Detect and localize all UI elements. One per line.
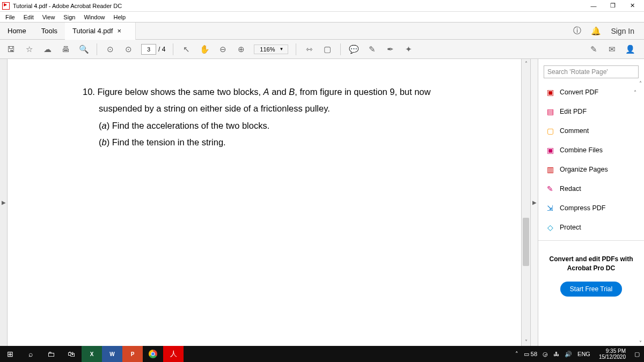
zoom-dropdown[interactable]: 116%▼	[254, 45, 288, 54]
left-panel-toggle[interactable]: ▶	[0, 59, 8, 346]
hand-icon[interactable]: ✋	[199, 44, 210, 55]
menu-sign[interactable]: Sign	[59, 14, 79, 20]
word-icon[interactable]: W	[102, 346, 122, 362]
start-free-trial-button[interactable]: Start Free Trial	[560, 282, 622, 297]
page-total: / 4	[158, 46, 165, 53]
vertical-scrollbar[interactable]: ˄ ˅	[521, 59, 530, 346]
main-area: ▶ 10. Figure below shows the same two bl…	[0, 59, 644, 346]
share-icon[interactable]: ✎	[588, 44, 599, 55]
document-viewport[interactable]: 10. Figure below shows the same two bloc…	[8, 59, 521, 346]
close-window-button[interactable]: ✕	[623, 0, 642, 12]
tool-compress-pdf[interactable]: ⇲Compress PDF	[538, 198, 644, 218]
menu-edit[interactable]: Edit	[19, 14, 38, 20]
minimize-button[interactable]: —	[584, 0, 603, 12]
chrome-icon[interactable]	[143, 346, 163, 362]
battery-pct: 58	[531, 351, 537, 357]
menu-file[interactable]: File	[1, 14, 19, 20]
tray-chevron-icon[interactable]: ˄	[515, 351, 518, 358]
tab-document-label: Tutorial 4.pdf	[72, 27, 113, 35]
t: and	[269, 87, 289, 97]
comment-icon: ▢	[546, 127, 554, 135]
t: a	[102, 121, 107, 130]
label: Convert PDF	[560, 88, 598, 96]
stamp-icon[interactable]: ✦	[403, 44, 414, 55]
window-titlebar: Tutorial 4.pdf - Adobe Acrobat Reader DC…	[0, 0, 644, 12]
menu-window[interactable]: Window	[79, 14, 109, 20]
zoom-level: 116%	[260, 46, 275, 53]
redact-icon: ✎	[546, 184, 554, 193]
tool-convert-pdf[interactable]: ▣Convert PDF ˄	[538, 83, 644, 102]
tab-home[interactable]: Home	[0, 23, 34, 40]
scroll-up-icon[interactable]: ˄	[525, 59, 528, 68]
acrobat-taskbar-icon[interactable]: 人	[163, 346, 184, 362]
save-icon[interactable]: 🖫	[5, 44, 16, 55]
label: Edit PDF	[560, 108, 587, 115]
t: ) Find the tension in the string.	[107, 137, 226, 147]
scroll-down-icon[interactable]: ˅	[525, 337, 528, 346]
tool-comment[interactable]: ▢Comment	[538, 121, 644, 141]
fit-width-icon[interactable]: ⇿	[304, 44, 314, 55]
select-icon[interactable]: ↖	[181, 44, 192, 55]
combine-icon: ▣	[546, 146, 554, 154]
scroll-track[interactable]	[522, 68, 530, 337]
window-title: Tutorial 4.pdf - Adobe Acrobat Reader DC	[13, 3, 122, 9]
powerpoint-icon[interactable]: P	[122, 346, 143, 362]
scroll-thumb[interactable]	[523, 218, 529, 266]
compress-icon: ⇲	[546, 204, 554, 212]
page-number-input[interactable]	[141, 44, 156, 55]
tool-organize-pages[interactable]: ▥Organize Pages	[538, 160, 644, 179]
tab-tools[interactable]: Tools	[34, 23, 65, 40]
battery-indicator[interactable]: ▭ 58	[524, 351, 537, 358]
notification-bell-icon[interactable]: 🔔	[591, 26, 601, 36]
file-explorer-icon[interactable]: 🗀	[41, 346, 61, 362]
cloud-icon[interactable]: ☁	[42, 44, 53, 55]
zoom-out-icon[interactable]: ⊖	[217, 44, 228, 55]
excel-icon[interactable]: X	[82, 346, 102, 362]
scroll-down-icon[interactable]: ˅	[639, 340, 642, 346]
t: , from figure in question 9, but now	[295, 87, 430, 97]
sign-icon[interactable]: ✒	[385, 44, 396, 55]
page-indicator: / 4	[141, 44, 165, 55]
maximize-button[interactable]: ❐	[603, 0, 623, 12]
highlight-icon[interactable]: ✎	[367, 44, 377, 55]
scroll-up-icon[interactable]: ˄	[639, 80, 642, 86]
panel-scroll[interactable]: ˄˅	[636, 80, 644, 346]
network-icon[interactable]: 🖧	[553, 351, 559, 357]
tab-close-icon[interactable]: ×	[117, 27, 121, 35]
page-down-icon[interactable]: ⊙	[123, 44, 134, 55]
divider	[538, 240, 644, 241]
tool-redact[interactable]: ✎Redact	[538, 179, 644, 198]
comment-icon[interactable]: 💬	[348, 44, 359, 55]
zoom-in-icon[interactable]: ⊕	[236, 44, 246, 55]
menu-help[interactable]: Help	[109, 14, 130, 20]
tool-protect[interactable]: ◇Protect	[538, 218, 644, 237]
tool-edit-pdf[interactable]: ▤Edit PDF	[538, 102, 644, 121]
date: 15/12/2020	[599, 354, 626, 360]
sound-icon[interactable]: 🔊	[565, 351, 572, 358]
language-indicator[interactable]: ENG	[577, 351, 590, 357]
people-icon[interactable]: 👤	[625, 44, 635, 55]
tool-combine-files[interactable]: ▣Combine Files	[538, 141, 644, 160]
email-icon[interactable]: ✉	[606, 44, 617, 55]
clock[interactable]: 9:35 PM 15/12/2020	[596, 348, 629, 360]
wifi-icon[interactable]: ◶	[543, 351, 548, 358]
label: Comment	[560, 127, 589, 135]
find-icon[interactable]: 🔍	[78, 44, 89, 55]
help-icon[interactable]: ⓘ	[573, 26, 581, 36]
search-button[interactable]: ⌕	[20, 346, 41, 362]
star-icon[interactable]: ☆	[24, 44, 34, 55]
store-icon[interactable]: 🛍	[61, 346, 82, 362]
tab-document[interactable]: Tutorial 4.pdf ×	[65, 23, 136, 40]
menu-view[interactable]: View	[38, 14, 60, 20]
fit-page-icon[interactable]: ▢	[322, 44, 333, 55]
page-up-icon[interactable]: ⊙	[105, 44, 115, 55]
notifications-icon[interactable]: ▢	[634, 351, 640, 358]
print-icon[interactable]: 🖶	[60, 44, 71, 55]
separator	[173, 43, 173, 55]
pdf-page: 10. Figure below shows the same two bloc…	[8, 59, 521, 346]
t: 10. Figure below shows the same two bloc…	[83, 87, 264, 97]
sign-in-link[interactable]: Sign In	[611, 27, 634, 35]
right-panel-toggle[interactable]: ▶	[530, 59, 538, 346]
search-tools-input[interactable]: Search 'Rotate Page'	[544, 65, 639, 78]
start-button[interactable]: ⊞	[0, 346, 20, 362]
